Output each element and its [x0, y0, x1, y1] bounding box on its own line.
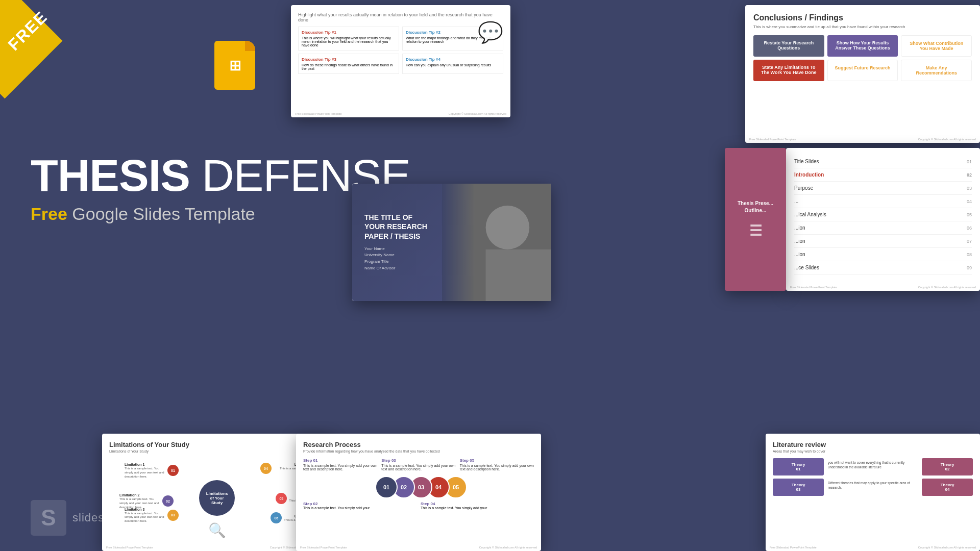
slide-title-main: THE TITLE OF YOUR RESEARCH PAPER / THESI… [352, 184, 551, 301]
lit-theory02: Theory02 [922, 458, 973, 475]
conc-cell2: Show How Your Results Answer These Quest… [827, 35, 898, 57]
toc-item-4: ...ical Analysis05 [794, 208, 972, 221]
toc-brand-left: Free Slidesalad PowerPoint Template [790, 286, 837, 289]
google-slides-icon: ⊞ [214, 41, 255, 92]
gs-icon-inner: ⊞ [229, 57, 241, 74]
disc-tip1-title: Discussion Tip #1 [302, 30, 396, 35]
lit-theory03: Theory03 [773, 479, 824, 496]
slide-brand-right: Copyright © Slidesalad.com All rights re… [449, 112, 506, 115]
logo-s-icon: S [31, 500, 66, 536]
disc-tip3-title: Discussion Tip #3 [302, 57, 396, 62]
lim-brand-left: Free Slidesalad PowerPoint Template [106, 546, 153, 549]
chat-icon: 💬 [478, 20, 503, 44]
lim-title: Limitations of Your Study [109, 441, 325, 448]
res-title: Research Process [303, 441, 534, 448]
lit-brand-right: Copyright © Slidesalad.com All rights re… [918, 546, 976, 549]
conc-cell4: State Any Limitations To The Work You Ha… [753, 60, 824, 81]
conc-cell1: Restate Your Research Questions [753, 35, 824, 57]
res-step5: Step 05 This is a sample text. You simpl… [460, 458, 534, 471]
res-circle-1: 01 [375, 476, 398, 498]
toc-item-0: Title Slides01 [794, 155, 972, 168]
paper-meta: Your Name University Name Program Title … [364, 246, 539, 272]
conc-grid-bottom: State Any Limitations To The Work You Ha… [753, 60, 972, 81]
toc-item-5: ...ion06 [794, 221, 972, 235]
conc-grid-top: Restate Your Research Questions Show How… [753, 35, 972, 57]
disc-tip3: Discussion Tip #3 How do these findings … [298, 54, 399, 74]
checklist-icon: ☰ [749, 222, 762, 239]
lit-theory04: Theory04 [922, 479, 973, 496]
toc-item-1: Introduction02 [794, 168, 972, 182]
disc-tip4: Discussion Tip #4 How can you explain an… [402, 54, 503, 74]
subtitle-free: Free [31, 204, 67, 223]
discussion-header: Highlight what your results actually mea… [298, 12, 503, 22]
lit-grid-bottom: Theory03 Different theories that may app… [773, 479, 973, 496]
slide-toc: Title Slides01Introduction02Purpose03...… [786, 148, 980, 291]
conc-cell6: Make Any Recommendations [901, 60, 972, 81]
magnify-icon: 🔍 [208, 522, 226, 539]
photo-overlay [442, 184, 552, 301]
res-step3: Step 03 This is a sample text. You simpl… [381, 458, 455, 471]
lit-title: Literature review [773, 441, 973, 448]
disc-tip4-title: Discussion Tip #4 [406, 57, 500, 62]
toc-item-7: ...ion08 [794, 248, 972, 261]
res-brand-right: Copyright © Slidesalad.com All rights re… [479, 546, 537, 549]
conc-brand-right: Copyright © Slidesalad.com All rights re… [918, 138, 976, 141]
lim-node3: Limitation 3This is a sample text. You s… [125, 507, 179, 523]
lit-brand-left: Free Slidesalad PowerPoint Template [770, 546, 817, 549]
lim-center: Limitationsof YourStudy [199, 480, 235, 516]
slide-conclusions: Conclusions / Findings This is where you… [745, 5, 980, 143]
title-thesis: THESIS [31, 150, 190, 201]
conc-brand-left: Free Slidesalad PowerPoint Template [749, 138, 796, 141]
subtitle-rest: Google Slides Template [67, 204, 255, 223]
discussion-grid: Discussion Tip #1 This is where you will… [298, 27, 503, 74]
conc-cell5: Suggest Future Research [827, 60, 898, 81]
res-step1: Step 01 This is a sample text. You simpl… [303, 458, 377, 471]
lit-subtitle: Areas that you may wish to cover [773, 449, 973, 453]
slide-literature: Literature review Areas that you may wis… [766, 434, 980, 551]
disc-tip1-text: This is where you will highlight what yo… [302, 36, 396, 47]
slide-brand-left: Free Slidesalad PowerPoint Template [295, 112, 342, 115]
res-subtitle: Provide information regarding how you ha… [303, 449, 534, 453]
disc-tip4-text: How can you explain any unusual or surpr… [406, 63, 500, 67]
lit-grid-top: Theory01 you will not want to cover ever… [773, 458, 973, 475]
res-step2: Step 02 This is a sample text. You simpl… [303, 502, 416, 510]
res-steps-top: Step 01 This is a sample text. You simpl… [303, 458, 534, 471]
lim-subtitle: Limitations of Your Study [109, 449, 325, 453]
disc-tip1: Discussion Tip #1 This is where you will… [298, 27, 399, 51]
lit-theory01: Theory01 [773, 458, 824, 475]
conc-cell3: Show What Contribution You Have Made [901, 35, 972, 57]
toc-item-6: ...ion07 [794, 235, 972, 248]
toc-item-8: ...ce Slides09 [794, 261, 972, 274]
toc-item-3: ...04 [794, 195, 972, 208]
lit-desc01: you will not want to cover everything th… [827, 458, 919, 475]
res-circles: 0102030405 [303, 476, 534, 498]
toc-brand-right: Copyright © Slidesalad.com All rights re… [918, 286, 976, 289]
slide-research: Research Process Provide information reg… [296, 434, 541, 551]
res-brand-left: Free Slidesalad PowerPoint Template [300, 546, 347, 549]
slide-outline: Thesis Prese...Outline... ☰ [725, 148, 786, 291]
lim-diagram: Limitationsof YourStudy 🔍 Limitation 1Th… [109, 457, 325, 539]
paper-title: THE TITLE OF YOUR RESEARCH PAPER / THESI… [364, 213, 539, 241]
lit-desc03: Different theories that may apply to you… [827, 479, 919, 496]
conc-title: Conclusions / Findings [753, 13, 972, 22]
res-steps-bottom: Step 02 This is a sample text. You simpl… [303, 502, 534, 510]
lim-node1: Limitation 1This is a sample text. You s… [125, 462, 179, 479]
toc-item-2: Purpose03 [794, 182, 972, 195]
disc-tip3-text: How do these findings relate to what oth… [302, 63, 396, 70]
conc-subtitle: This is where you summarize and tie up a… [753, 24, 972, 29]
outline-title: Thesis Prese...Outline... [738, 200, 773, 214]
res-step4: Step 04 This is a sample text. You simpl… [421, 502, 534, 510]
toc-list: Title Slides01Introduction02Purpose03...… [794, 155, 972, 274]
slide-discussion: Highlight what your results actually mea… [291, 5, 510, 117]
